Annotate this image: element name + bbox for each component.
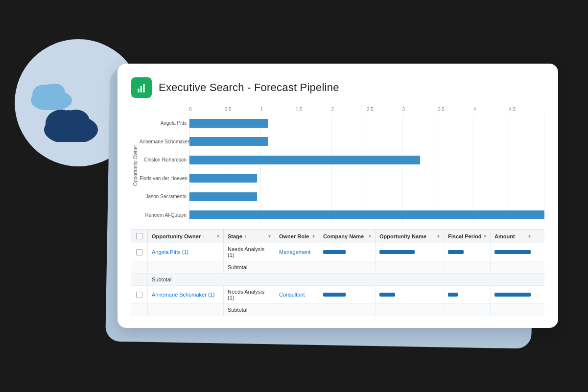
bar [189,192,257,201]
filter-icon[interactable]: ▾ [217,234,219,239]
th-role[interactable]: Owner Role ▾ [275,230,319,243]
bar-row: Chislon Richardson [189,151,544,169]
bar-label: Annemarie Schomaker [140,139,187,144]
svg-rect-11 [143,84,144,92]
x-axis-label: 2 [331,107,367,112]
filter-icon-role[interactable]: ▾ [312,234,315,239]
bar-label: Jason Sacramento [140,194,187,199]
td-amount [491,286,535,303]
th-company[interactable]: Company Name ▾ [319,230,376,243]
chart-content: 00.511.522.533.544.5 Angela PittsAnnemar… [140,107,544,224]
x-axis-label: 0 [189,107,225,112]
td-opp [376,304,444,316]
filter-icon-opp[interactable]: ▾ [437,234,440,239]
td-stage: Needs Analysis (1) [224,243,275,261]
row-checkbox[interactable] [136,249,142,255]
td-role [275,304,319,316]
main-card: Executive Search - Forecast Pipeline Opp… [118,64,558,328]
td-fiscal [444,243,491,261]
sort-icon-stage: ↑ [244,234,247,239]
bar [189,210,544,219]
amount-bar [494,250,531,254]
amount-bar [494,293,531,297]
td-check [131,261,148,273]
row-checkbox[interactable] [136,292,142,298]
bar [189,174,257,183]
x-axis-label: 0.5 [225,107,260,112]
td-stage: Subtotal [224,261,275,273]
table-row-subtotal: Subtotal [131,304,544,316]
th-stage[interactable]: Stage ↑ ▾ [224,230,275,243]
td-amount [491,304,535,316]
bar-row: Angela Pitts [189,114,544,133]
th-check [131,230,148,243]
x-axis-label: 1.5 [296,107,331,112]
company-bar [323,293,346,297]
filter-icon-amount[interactable]: ▾ [528,234,531,239]
bar-label: Floris van der Hoeven [140,176,187,181]
td-check [131,243,148,261]
x-axis-label: 4 [473,107,509,112]
sort-icon: ↑ [203,234,205,239]
td-role[interactable]: Management [275,243,319,261]
app-icon [131,77,152,98]
td-owner [148,261,224,273]
td-owner [148,304,224,316]
bar [189,119,268,128]
y-axis-label: Opportunity Owner [131,107,139,224]
table-row: Angela Pitts (1) Needs Analysis (1) Mana… [131,243,544,261]
td-company [319,261,376,273]
th-owner[interactable]: Opportunity Owner ↑ ▾ [148,230,224,243]
table-row-group-subtotal: Subtotal [131,274,544,286]
svg-rect-10 [141,86,142,92]
th-fiscal[interactable]: Fiscal Period ▾ [444,230,491,243]
td-company [319,304,376,316]
svg-point-3 [58,110,79,130]
td-owner[interactable]: Angela Pitts (1) [148,243,224,261]
x-axis-label: 1 [260,107,296,112]
th-opportunity[interactable]: Opportunity Name ▾ [376,230,444,243]
td-role[interactable]: Consultant [275,286,319,303]
bar [189,156,420,164]
bar-label: Angela Pitts [140,120,187,126]
td-opp [376,243,444,261]
opp-bar [379,293,395,297]
x-axis-labels: 00.511.522.533.544.5 [189,107,544,112]
td-fiscal [444,304,491,316]
table-area: Opportunity Owner ↑ ▾ Stage ↑ ▾ Owner Ro… [131,229,544,316]
bars-container: Angela PittsAnnemarie SchomakerChislon R… [189,114,544,224]
fiscal-bar [448,250,464,254]
bar-label: Chislon Richardson [140,157,187,162]
filter-icon-fiscal[interactable]: ▾ [484,234,486,239]
chart-area: Opportunity Owner 00.511.522.533.544.5 A… [131,107,544,224]
td-fiscal [444,286,491,303]
svg-rect-9 [138,89,139,92]
filter-icon-stage[interactable]: ▾ [268,234,271,239]
filter-icon-company[interactable]: ▾ [369,234,371,239]
fiscal-bar [448,293,458,297]
td-opp [376,286,444,303]
cloud-light-icon [27,76,76,112]
td-company [319,286,376,303]
opp-bar [379,250,415,254]
header-checkbox[interactable] [136,233,142,239]
scene: Executive Search - Forecast Pipeline Opp… [0,0,588,392]
x-axis-label: 3.5 [438,107,473,112]
bar-row: Jason Sacramento [189,187,544,206]
td-check [131,304,148,316]
svg-point-7 [42,84,58,99]
card-header: Executive Search - Forecast Pipeline [131,77,544,98]
td-stage: Subtotal [224,304,275,316]
table-header: Opportunity Owner ↑ ▾ Stage ↑ ▾ Owner Ro… [131,229,544,243]
td-stage: Needs Analysis (1) [224,286,275,303]
page-title: Executive Search - Forecast Pipeline [159,81,339,94]
td-opp [376,261,444,273]
company-bar [323,250,346,254]
bar-row: Annemarie Schomaker [189,133,544,151]
td-check [131,274,148,285]
x-axis-label: 3 [402,107,438,112]
x-axis-label: 4.5 [509,107,544,112]
td-fiscal [444,261,491,273]
th-amount[interactable]: Amount ▾ [491,230,535,243]
td-owner[interactable]: Annemarie Schomaker (1) [148,286,224,303]
